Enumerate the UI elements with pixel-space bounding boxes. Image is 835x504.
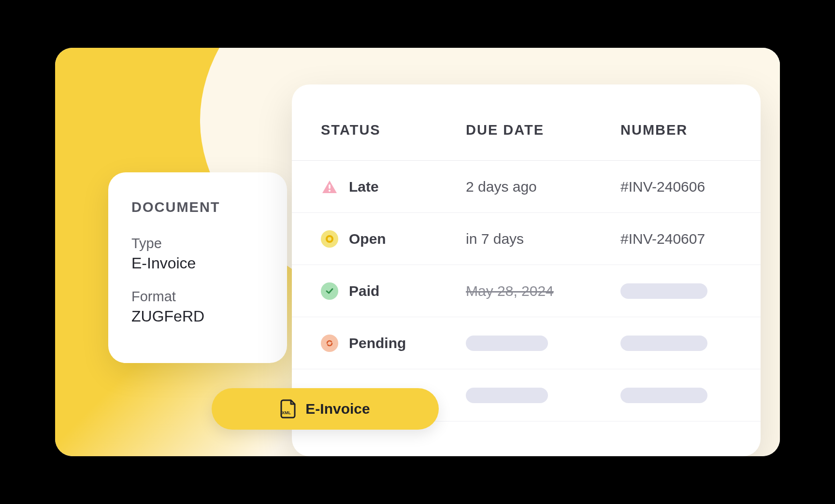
placeholder-pill	[466, 336, 548, 351]
col-status: STATUS	[321, 122, 466, 138]
placeholder-pill	[620, 388, 707, 403]
placeholder-pill	[620, 283, 707, 299]
status-text: Open	[349, 231, 386, 247]
number-text: #INV-240606	[620, 179, 732, 195]
placeholder-pill	[620, 336, 707, 351]
number-text: #INV-240607	[620, 231, 732, 247]
e-invoice-button[interactable]: XML E-Invoice	[212, 388, 439, 430]
table-row[interactable]: Paid May 28, 2024	[292, 265, 761, 317]
table-row[interactable]: Open in 7 days #INV-240607	[292, 213, 761, 265]
format-value: ZUGFeRD	[131, 308, 264, 325]
document-heading: DOCUMENT	[131, 199, 264, 215]
table-header: STATUS DUE DATE NUMBER	[292, 84, 761, 161]
alert-icon	[321, 178, 338, 196]
col-due: DUE DATE	[466, 122, 620, 138]
due-text: May 28, 2024	[466, 283, 620, 299]
placeholder-pill	[466, 388, 548, 403]
circle-icon	[321, 230, 338, 248]
xml-file-icon: XML	[280, 399, 297, 419]
svg-point-2	[327, 236, 332, 242]
type-value: E-Invoice	[131, 254, 264, 272]
refresh-icon	[321, 335, 338, 352]
due-text: in 7 days	[466, 231, 620, 247]
document-card: DOCUMENT Type E-Invoice Format ZUGFeRD	[108, 172, 287, 363]
table-row[interactable]: Pending	[292, 317, 761, 369]
svg-rect-0	[329, 184, 331, 189]
due-text: 2 days ago	[466, 179, 620, 195]
check-icon	[321, 282, 338, 300]
table-row[interactable]: Late 2 days ago #INV-240606	[292, 161, 761, 213]
format-label: Format	[131, 289, 264, 305]
col-number: NUMBER	[620, 122, 732, 138]
status-text: Pending	[349, 335, 406, 351]
status-text: Paid	[349, 283, 379, 299]
status-text: Late	[349, 179, 379, 195]
svg-text:XML: XML	[282, 410, 291, 415]
svg-point-1	[329, 189, 331, 191]
e-invoice-button-label: E-Invoice	[305, 401, 370, 417]
type-label: Type	[131, 236, 264, 252]
app-canvas: DOCUMENT Type E-Invoice Format ZUGFeRD S…	[55, 48, 780, 456]
